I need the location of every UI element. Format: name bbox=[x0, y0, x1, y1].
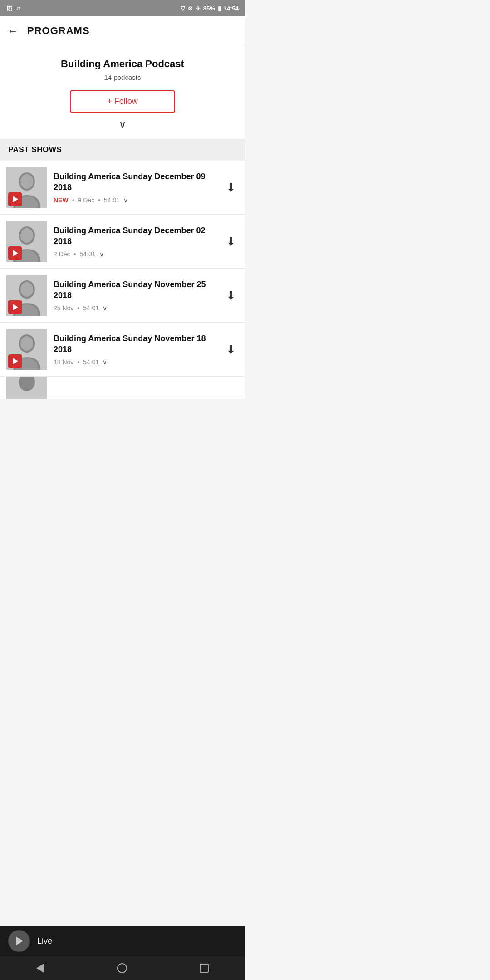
show-duration: 54:01 bbox=[104, 196, 120, 204]
expand-show-chevron[interactable]: ∨ bbox=[103, 304, 107, 312]
separator: • bbox=[77, 358, 79, 366]
separator: • bbox=[98, 196, 100, 204]
show-title: Building America Sunday December 09 2018 bbox=[54, 171, 217, 193]
chevron-down-icon: ∨ bbox=[119, 119, 126, 131]
expand-show-chevron[interactable]: ∨ bbox=[99, 250, 104, 258]
show-date: 2 Dec bbox=[54, 250, 70, 258]
past-shows-header: PAST SHOWS bbox=[0, 139, 245, 161]
show-thumbnail[interactable] bbox=[6, 275, 47, 316]
show-item: Building America Sunday December 02 2018… bbox=[0, 215, 245, 269]
show-thumbnail[interactable] bbox=[6, 377, 47, 399]
show-meta: 18 Nov • 54:01 ∨ bbox=[54, 358, 217, 366]
new-badge: NEW bbox=[54, 196, 69, 204]
play-icon bbox=[13, 250, 18, 256]
separator: • bbox=[72, 196, 74, 204]
show-info: Building America Sunday November 18 2018… bbox=[54, 333, 217, 366]
show-thumbnail[interactable] bbox=[6, 167, 47, 208]
show-date: 25 Nov bbox=[54, 304, 74, 312]
download-button[interactable]: ⬇ bbox=[223, 287, 239, 304]
image-icon: 🖼 bbox=[6, 5, 12, 12]
show-item: Building America Sunday December 09 2018… bbox=[0, 161, 245, 215]
thumbnail-image bbox=[6, 377, 47, 399]
top-bar: ← PROGRAMS bbox=[0, 16, 245, 45]
separator: • bbox=[74, 250, 76, 258]
show-duration: 54:01 bbox=[79, 250, 95, 258]
status-right: ▽ ⊗ ✈ 85% ▮ 14:54 bbox=[181, 5, 239, 12]
back-button[interactable]: ← bbox=[7, 24, 18, 37]
page-title: PROGRAMS bbox=[27, 25, 90, 37]
show-item: Building America Sunday November 18 2018… bbox=[0, 323, 245, 377]
program-title: Building America Podcast bbox=[11, 58, 234, 70]
follow-button[interactable]: + Follow bbox=[70, 90, 175, 113]
show-meta: 2 Dec • 54:01 ∨ bbox=[54, 250, 217, 258]
program-header: Building America Podcast 14 podcasts + F… bbox=[0, 45, 245, 139]
battery-percent: 85% bbox=[203, 5, 215, 12]
show-item-partial bbox=[0, 377, 245, 399]
battery-icon: ▮ bbox=[218, 5, 221, 12]
show-thumbnail[interactable] bbox=[6, 221, 47, 262]
show-list: Building America Sunday December 09 2018… bbox=[0, 161, 245, 399]
separator: • bbox=[77, 304, 79, 312]
show-title: Building America Sunday December 02 2018 bbox=[54, 225, 217, 247]
svg-point-8 bbox=[20, 282, 33, 297]
play-icon bbox=[13, 304, 18, 310]
show-item: Building America Sunday November 25 2018… bbox=[0, 269, 245, 323]
show-info: Building America Sunday December 09 2018… bbox=[54, 171, 217, 204]
play-badge[interactable] bbox=[8, 192, 22, 206]
download-button[interactable]: ⬇ bbox=[223, 179, 239, 196]
show-info: Building America Sunday December 02 2018… bbox=[54, 225, 217, 258]
airplane-icon: ✈ bbox=[196, 5, 201, 12]
download-button[interactable]: ⬇ bbox=[223, 233, 239, 250]
expand-chevron[interactable]: ∨ bbox=[11, 119, 234, 131]
show-date: 18 Nov bbox=[54, 358, 74, 366]
show-title: Building America Sunday November 25 2018 bbox=[54, 279, 217, 301]
podcast-count: 14 podcasts bbox=[11, 74, 234, 81]
show-meta: NEW • 9 Dec • 54:01 ∨ bbox=[54, 196, 217, 204]
music-icon: ♫ bbox=[16, 5, 20, 12]
svg-point-11 bbox=[20, 336, 33, 351]
expand-show-chevron[interactable]: ∨ bbox=[123, 196, 128, 204]
play-badge[interactable] bbox=[8, 300, 22, 314]
wifi-icon: ▽ bbox=[181, 5, 185, 12]
status-left: 🖼 ♫ bbox=[6, 5, 20, 12]
show-meta: 25 Nov • 54:01 ∨ bbox=[54, 304, 217, 312]
expand-show-chevron[interactable]: ∨ bbox=[103, 358, 107, 366]
play-badge[interactable] bbox=[8, 246, 22, 260]
play-icon bbox=[13, 358, 18, 364]
show-title: Building America Sunday November 18 2018 bbox=[54, 333, 217, 355]
sync-icon: ⊗ bbox=[188, 5, 193, 12]
download-button[interactable]: ⬇ bbox=[223, 341, 239, 358]
show-duration: 54:01 bbox=[83, 358, 99, 366]
svg-point-5 bbox=[20, 228, 33, 243]
show-thumbnail[interactable] bbox=[6, 329, 47, 370]
play-icon bbox=[13, 196, 18, 202]
show-duration: 54:01 bbox=[83, 304, 99, 312]
svg-point-2 bbox=[20, 174, 33, 189]
play-badge[interactable] bbox=[8, 354, 22, 368]
follow-label: + Follow bbox=[107, 97, 138, 106]
show-info: Building America Sunday November 25 2018… bbox=[54, 279, 217, 312]
status-bar: 🖼 ♫ ▽ ⊗ ✈ 85% ▮ 14:54 bbox=[0, 0, 245, 16]
show-date: 9 Dec bbox=[78, 196, 95, 204]
clock: 14:54 bbox=[224, 5, 239, 12]
